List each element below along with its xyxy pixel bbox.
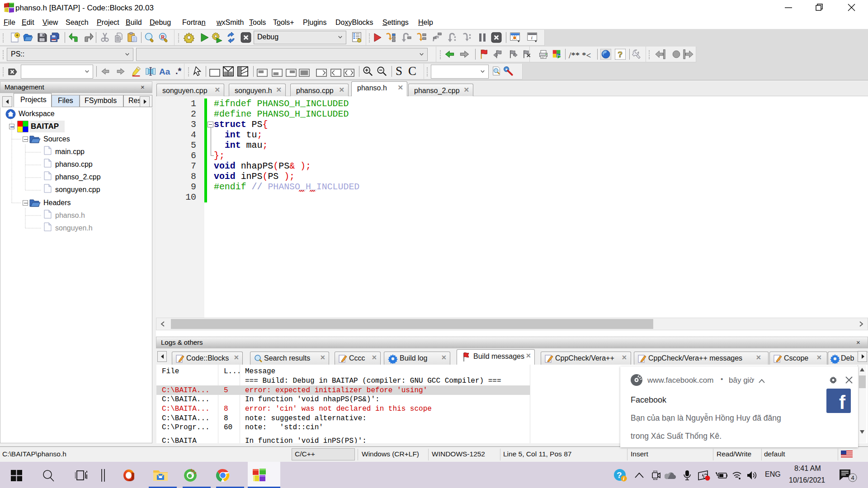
svg-text:?: ? [618, 50, 623, 59]
svg-text:4: 4 [851, 474, 854, 481]
svg-text:i: i [531, 35, 533, 40]
